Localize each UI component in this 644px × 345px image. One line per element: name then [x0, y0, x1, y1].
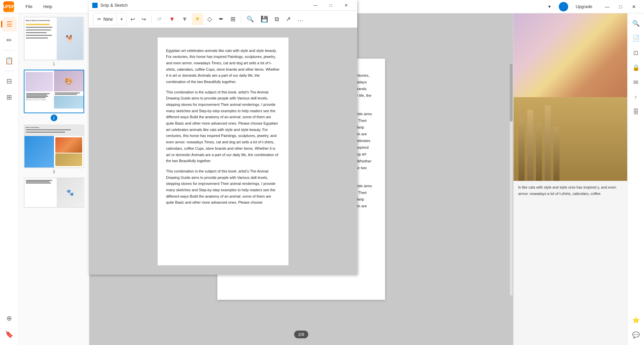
thumb-img-4[interactable]: 🐾	[24, 178, 84, 208]
snip-toolbar: ✂ New ▼ ↩ ↪ ☞ ▼ ▼ ▼ ◇ ✒ ⊞ 🔍 💾 ⧉ ↗	[89, 11, 357, 28]
updf-right-sidebar: 🔍 📄 ⊡ 🔒 ✉ ↑ 🗄 ⭐ 💬	[627, 13, 644, 345]
right-panel: ls like cats with style and style orse h…	[513, 13, 627, 345]
annotate-sidebar-btn[interactable]: 📋	[2, 53, 17, 68]
snip-minimize-button[interactable]: —	[308, 0, 323, 11]
thumb-img-2[interactable]: Animals are a part of our daily life 🎨	[24, 70, 84, 113]
highlighter-red-btn[interactable]: ▼	[166, 13, 178, 25]
title-dropdown[interactable]: ▼	[543, 2, 556, 11]
thumbnail-sidebar-btn[interactable]: ☰	[2, 17, 17, 31]
scroll-track	[510, 63, 513, 295]
thumbnail-3[interactable]: Different Paint Styles-	[22, 125, 86, 174]
page-indicator: 2/9	[294, 331, 308, 338]
updf-logo: UPDF	[3, 1, 14, 12]
sidebar-divider-2	[4, 71, 14, 71]
highlighter-yellow-btn[interactable]: ▼	[192, 13, 203, 25]
redo-button[interactable]: ↪	[139, 13, 149, 25]
updf-title-controls: — □ ✕	[600, 1, 641, 13]
new-label: New	[103, 16, 113, 22]
undo-button[interactable]: ↩	[128, 13, 138, 25]
new-dropdown-arrow[interactable]: ▼	[117, 13, 126, 25]
thumb-img-1[interactable]: How to Draw our Favorite Pets 🐕	[24, 17, 84, 60]
scroll-thumb[interactable]	[510, 64, 513, 122]
sidebar-divider-1	[4, 50, 14, 51]
pages-right-btn[interactable]: 📄	[629, 31, 643, 45]
bookmark-sidebar-btn[interactable]: 🔖	[2, 327, 17, 342]
snip-close-button[interactable]: ✕	[338, 0, 354, 11]
lock-right-btn[interactable]: 🔒	[629, 61, 643, 74]
right-panel-text: ls like cats with style and style orse h…	[514, 181, 627, 345]
updf-title-right: ▼ 👤 Upgrade	[543, 2, 597, 11]
snip-title-icon	[92, 3, 98, 8]
right-panel-image	[514, 13, 627, 181]
updf-close-button[interactable]: ✕	[627, 1, 641, 13]
snip-title-text: Snip & Sketch	[100, 3, 128, 8]
new-button-group[interactable]: ✂ New ▼	[93, 13, 126, 25]
snip-para-3: This combination is the subject of this …	[166, 168, 280, 206]
snip-para-1: Egyptian art celebrates animals like cat…	[166, 48, 280, 85]
organize-sidebar-btn[interactable]: ⊟	[2, 74, 17, 88]
toolbar-sep-2	[241, 15, 241, 23]
highlighter-gray-btn[interactable]: ▼	[179, 13, 191, 25]
snip-sketch-window: Snip & Sketch — □ ✕ ✂ New ▼ ↩ ↪ ☞ ▼ ▼ ▼	[89, 0, 357, 275]
touch-toolbar-btn[interactable]: ☞	[154, 13, 165, 25]
search-right-btn[interactable]: 🔍	[629, 17, 643, 30]
new-icon: ✂	[97, 16, 101, 22]
updf-maximize-button[interactable]: □	[614, 1, 627, 13]
thumb-num-3: 3	[53, 169, 55, 174]
upgrade-button[interactable]: Upgrade	[571, 3, 597, 10]
stack-sidebar-btn[interactable]: ⊕	[2, 311, 17, 326]
edit-sidebar-btn[interactable]: ✏	[2, 33, 17, 48]
chat-right-btn[interactable]: 💬	[629, 328, 643, 342]
thumb-num-2: 2	[51, 115, 57, 121]
thumbnails-panel: How to Draw our Favorite Pets 🐕	[19, 13, 89, 345]
snip-titlebar: Snip & Sketch — □ ✕	[89, 0, 357, 11]
pen-btn[interactable]: ✒	[216, 13, 226, 25]
snip-canvas: Egyptian art celebrates animals like cat…	[89, 28, 357, 275]
eraser-btn[interactable]: ◇	[205, 13, 215, 25]
snip-page-content: Egyptian art celebrates animals like cat…	[158, 38, 288, 265]
file-menu[interactable]: File	[21, 2, 37, 11]
crop-btn[interactable]: ⊞	[228, 13, 238, 25]
copy-btn[interactable]: ⧉	[272, 13, 282, 25]
share-btn[interactable]: ↗	[283, 13, 293, 25]
new-button[interactable]: ✂ New	[93, 13, 117, 25]
avatar: 👤	[559, 2, 568, 11]
thumb-img-3[interactable]: Different Paint Styles-	[24, 125, 84, 168]
updf-nav: File Help	[21, 2, 57, 11]
star-right-btn[interactable]: ⭐	[629, 314, 643, 327]
updf-minimize-button[interactable]: —	[600, 1, 614, 13]
snip-title-left: Snip & Sketch	[92, 3, 128, 8]
save-btn[interactable]: 💾	[258, 13, 271, 25]
mail-right-btn[interactable]: ✉	[629, 76, 643, 89]
more-btn[interactable]: …	[295, 13, 306, 25]
snip-title-controls: — □ ✕	[308, 0, 354, 11]
zoom-btn[interactable]: 🔍	[244, 13, 257, 25]
db-right-btn[interactable]: 🗄	[629, 105, 643, 119]
snip-para-2: This combination is the subject of this …	[166, 89, 280, 164]
thumbnail-4[interactable]: 🐾	[22, 178, 86, 208]
thumbnail-1[interactable]: How to Draw our Favorite Pets 🐕	[22, 17, 86, 66]
updf-logo-icon: UPDF	[3, 1, 14, 12]
upload-right-btn[interactable]: ↑	[629, 90, 643, 104]
extract-right-btn[interactable]: ⊡	[629, 46, 643, 60]
help-menu[interactable]: Help	[39, 2, 57, 11]
toolbar-sep-1	[151, 15, 152, 23]
thumb-num-1: 1	[53, 62, 55, 66]
updf-left-sidebar: ☰ ✏ 📋 ⊟ ⊞ ⊕ 🔖	[0, 13, 19, 345]
thumbnail-2[interactable]: Animals are a part of our daily life 🎨	[22, 70, 86, 121]
layers-sidebar-btn[interactable]: ⊞	[2, 90, 17, 105]
snip-maximize-button[interactable]: □	[323, 0, 338, 11]
